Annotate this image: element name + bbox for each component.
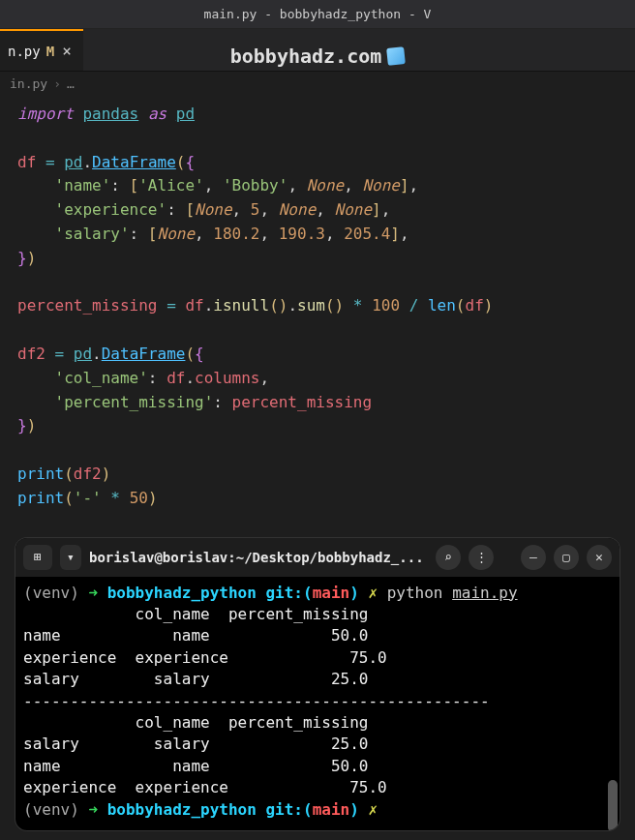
terminal-line: (venv) ➜ bobbyhadz_python git:(main) ✗ p… (23, 583, 612, 604)
terminal-output: experience experience 75.0 (23, 647, 612, 669)
terminal-body[interactable]: (venv) ➜ bobbyhadz_python git:(main) ✗ p… (15, 577, 620, 830)
terminal-output: col_name percent_missing (23, 604, 612, 625)
chevron-right-icon: › (53, 76, 61, 91)
close-terminal-icon[interactable]: ✕ (587, 545, 612, 570)
window-titlebar: main.py - bobbyhadz_python - V (0, 0, 635, 29)
terminal-output: salary salary 25.0 (23, 669, 612, 690)
terminal-profile-icon[interactable]: ⊞ (23, 545, 52, 570)
code-editor[interactable]: import pandas as pd df = pd.DataFrame({ … (0, 95, 635, 583)
terminal-output: name name 50.0 (23, 756, 612, 777)
breadcrumb[interactable]: in.py › … (0, 72, 635, 95)
search-icon[interactable]: ⌕ (436, 545, 461, 570)
maximize-icon[interactable]: ▢ (554, 545, 579, 570)
tab-bar: n.py M × (0, 29, 635, 72)
tab-filename: n.py (8, 44, 41, 59)
terminal-scrollbar[interactable] (608, 780, 618, 830)
terminal-output: experience experience 75.0 (23, 777, 612, 798)
window-title: main.py - bobbyhadz_python - V (204, 7, 432, 21)
terminal-output: ----------------------------------------… (23, 691, 612, 712)
terminal-line: (venv) ➜ bobbyhadz_python git:(main) ✗ (23, 799, 612, 821)
terminal-output: col_name percent_missing (23, 712, 612, 734)
terminal-output: salary salary 25.0 (23, 734, 612, 755)
minimize-icon[interactable]: — (521, 545, 546, 570)
terminal-output: name name 50.0 (23, 625, 612, 646)
terminal-panel: ⊞ ▾ borislav@borislav:~/Desktop/bobbyhad… (15, 538, 620, 830)
menu-icon[interactable]: ⋮ (469, 545, 494, 570)
terminal-header: ⊞ ▾ borislav@borislav:~/Desktop/bobbyhad… (15, 538, 620, 577)
close-icon[interactable]: × (60, 42, 74, 60)
terminal-dropdown-icon[interactable]: ▾ (60, 545, 81, 570)
tab-main-py[interactable]: n.py M × (0, 29, 83, 71)
tab-modified-indicator: M (46, 44, 54, 59)
terminal-title: borislav@borislav:~/Desktop/bobbyhadz_..… (89, 550, 428, 565)
breadcrumb-file: in.py (10, 76, 47, 91)
breadcrumb-more: … (67, 76, 75, 91)
